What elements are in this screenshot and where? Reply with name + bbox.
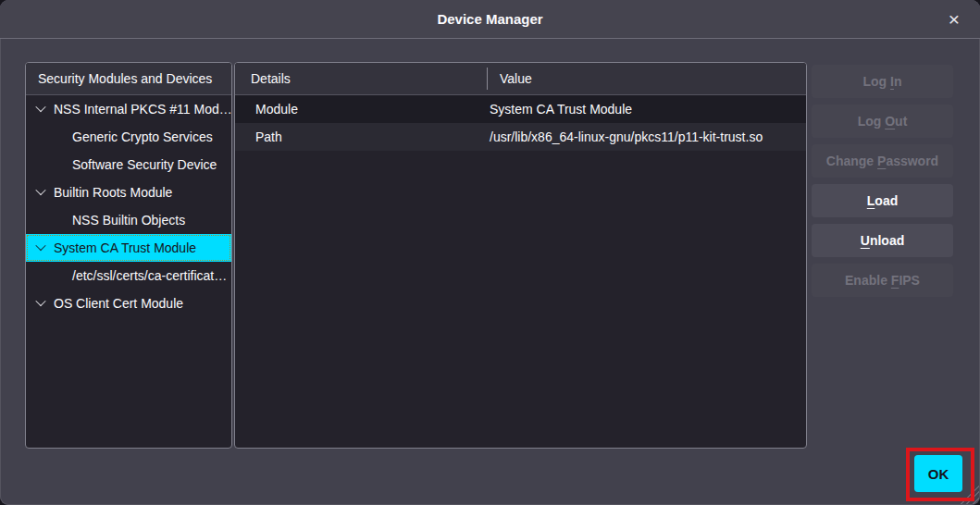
tree-item-label: Builtin Roots Module [54, 185, 172, 200]
chevron-down-icon [35, 101, 45, 111]
unload-button[interactable]: Unload [812, 224, 953, 257]
tree-item-etc-ssl-certs[interactable]: /etc/ssl/certs/ca-certificat… [26, 262, 231, 289]
load-button[interactable]: Load [812, 184, 953, 217]
details-column-header[interactable]: Details [251, 71, 291, 86]
tree-item-builtin-roots-module[interactable]: Builtin Roots Module [26, 179, 231, 206]
log-out-button[interactable]: Log Out [812, 105, 953, 138]
table-row-module[interactable]: Module System CA Trust Module [235, 95, 806, 123]
tree-item-label: /etc/ssl/certs/ca-certificat… [72, 268, 227, 283]
tree-item-nss-builtin-objects[interactable]: NSS Builtin Objects [26, 206, 231, 234]
tree-item-label: System CA Trust Module [54, 240, 196, 255]
dialog-title: Device Manager [0, 0, 980, 39]
tree-item-label: Software Security Device [72, 157, 217, 172]
detail-field: Module [235, 102, 298, 117]
column-divider [487, 68, 488, 90]
detail-value: /usr/lib/x86_64-linux-gnu/pkcs11/p11-kit… [490, 123, 763, 151]
log-in-button[interactable]: Log In [812, 65, 953, 98]
tree-item-label: OS Client Cert Module [54, 296, 183, 311]
table-row-path[interactable]: Path /usr/lib/x86_64-linux-gnu/pkcs11/p1… [235, 123, 806, 151]
close-button[interactable]: × [941, 6, 967, 32]
chevron-down-icon [35, 184, 45, 194]
tree-item-os-client-cert-module[interactable]: OS Client Cert Module [26, 289, 231, 317]
tree-item-system-ca-trust-module[interactable]: System CA Trust Module [26, 234, 231, 262]
close-icon: × [949, 8, 960, 30]
tree-item-generic-crypto-services[interactable]: Generic Crypto Services [26, 123, 231, 151]
tree-item-label: NSS Builtin Objects [72, 213, 185, 228]
chevron-down-icon [35, 240, 45, 250]
change-password-button[interactable]: Change Password [812, 144, 953, 178]
chevron-down-icon [35, 295, 45, 305]
title-bar[interactable]: Device Manager × [0, 0, 980, 39]
ok-button[interactable]: OK [914, 455, 962, 492]
detail-value: System CA Trust Module [490, 95, 632, 123]
action-button-column: Log In Log Out Change Password Load Unlo… [812, 65, 953, 303]
tree-item-label: Generic Crypto Services [72, 129, 213, 144]
detail-field: Path [235, 129, 282, 144]
device-manager-dialog: Device Manager × Security Modules and De… [0, 0, 980, 505]
tree-item-software-security-device[interactable]: Software Security Device [26, 151, 231, 179]
details-table-header: Details Value [235, 63, 806, 95]
security-modules-panel: Security Modules and Devices NSS Interna… [25, 62, 232, 449]
enable-fips-button[interactable]: Enable FIPS [812, 264, 953, 297]
modules-column-header[interactable]: Security Modules and Devices [26, 63, 231, 95]
tree-item-nss-internal-pkcs11-module[interactable]: NSS Internal PKCS #11 Mod… [26, 95, 231, 123]
value-column-header[interactable]: Value [500, 63, 532, 94]
details-panel: Details Value Module System CA Trust Mod… [234, 62, 807, 449]
tree-item-label: NSS Internal PKCS #11 Mod… [54, 102, 231, 117]
